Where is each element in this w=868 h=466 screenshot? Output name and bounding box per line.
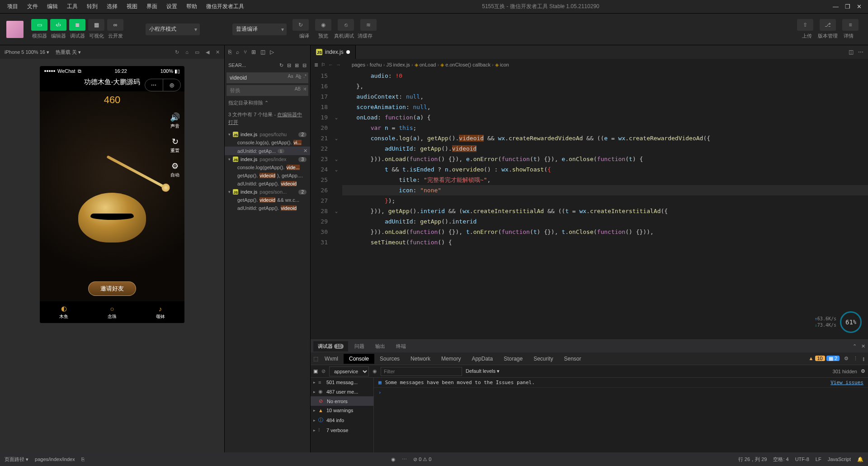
menu-转到[interactable]: 转到 (82, 1, 102, 12)
capsule-close-icon[interactable]: ◎ (163, 79, 181, 91)
mode-select[interactable]: 小程序模式 (146, 24, 200, 35)
replace-all-icon[interactable]: ⤭ (303, 86, 307, 91)
devtools-settings-icon[interactable]: ⚙ (844, 356, 849, 361)
search-match[interactable]: getApp().videoid && wx.c... (225, 196, 310, 204)
menu-视图[interactable]: 视图 (122, 1, 142, 12)
search-match[interactable]: console.log(getApp().vide... (225, 163, 310, 171)
capsule[interactable]: ⋯◎ (145, 79, 181, 91)
eol-status[interactable]: LF (816, 456, 821, 462)
encoding-status[interactable]: UTF-8 (795, 456, 809, 462)
side-声音[interactable]: 🔊声音 (170, 112, 180, 129)
more-status-icon[interactable]: ⋯ (402, 456, 407, 462)
search-file[interactable]: JSindex.js pages/fozhu2 (225, 130, 310, 138)
editor-toggle[interactable]: ‹/› (50, 19, 66, 31)
menu-帮助[interactable]: 帮助 (182, 1, 202, 12)
levels-select[interactable]: Default levels ▾ (466, 368, 500, 374)
nav-back-icon[interactable]: ← (328, 62, 333, 67)
menu-文件[interactable]: 文件 (23, 1, 42, 12)
console-filter-usr[interactable]: ◉487 user me... (311, 387, 373, 396)
filter-settings-icon[interactable]: ⚙ (861, 368, 865, 374)
search-file[interactable]: JSindex.js pages/index3 (225, 155, 310, 163)
context-select[interactable]: appservice (329, 366, 369, 376)
debugger-toggle[interactable]: ≣ (69, 19, 85, 31)
collapse-icon[interactable]: ⊟ (302, 62, 307, 68)
side-重置[interactable]: ↻重置 (170, 137, 180, 154)
filter-input[interactable] (381, 367, 462, 376)
warn-count[interactable]: 10 (815, 356, 825, 361)
side-自动[interactable]: ⚙自动 (170, 161, 180, 178)
device-select[interactable]: iPhone 5 100% 16 ▾ (5, 49, 49, 55)
word-icon[interactable]: Ab̲ (296, 74, 302, 79)
capsule-menu-icon[interactable]: ⋯ (145, 79, 163, 91)
crumb[interactable]: onLoad (420, 62, 436, 67)
devtab2-Console[interactable]: Console (344, 354, 374, 364)
crumb[interactable]: icon (500, 62, 509, 67)
search-match[interactable]: adUnitId: getApp().videoid (225, 204, 310, 212)
menu-项目[interactable]: 项目 (3, 1, 23, 12)
layout-icon[interactable]: ⊞ (251, 49, 256, 55)
close-icon[interactable]: ✕ (857, 3, 862, 10)
tab-颂钵[interactable]: ♪颂钵 (136, 301, 184, 323)
tab-木鱼[interactable]: ◐木鱼 (40, 301, 88, 323)
devtab2-Network[interactable]: Network (405, 354, 436, 364)
devtab2-AppData[interactable]: AppData (466, 354, 498, 364)
remote-debug-button[interactable]: ⎋ (338, 19, 354, 31)
devtab-输出[interactable]: 输出 (371, 341, 390, 352)
bell-icon[interactable]: 🔔 (857, 456, 863, 462)
language-status[interactable]: JavaScript (828, 456, 851, 462)
console-filter-wrn[interactable]: ▲10 warnings (311, 406, 373, 415)
search-match[interactable]: console.log(a), getApp().vi... (225, 138, 310, 147)
inspect-icon[interactable]: ⬚ (313, 356, 318, 362)
console-filter-msg[interactable]: ≡501 messag... (311, 378, 373, 387)
detail-button[interactable]: ≡ (842, 19, 859, 31)
no-icon[interactable]: ⊘ (321, 368, 326, 374)
compile-button[interactable]: ↻ (292, 19, 309, 31)
search-icon[interactable]: ⌕ (236, 49, 239, 55)
more-icon[interactable]: ⋯ (858, 49, 863, 55)
preview-button[interactable]: ◉ (315, 19, 331, 31)
case-icon[interactable]: Aa (288, 74, 293, 79)
outline-icon[interactable]: ≣ (314, 62, 318, 68)
menu-工具[interactable]: 工具 (62, 1, 82, 12)
version-button[interactable]: ⎇ (820, 19, 836, 31)
copy-path-icon[interactable]: ⎘ (81, 456, 85, 462)
search-file[interactable]: JSindex.js pages/son...2 (225, 188, 310, 196)
compile-select[interactable]: 普通编译 (232, 24, 287, 35)
devtools-close-icon[interactable]: ✕ (861, 343, 865, 349)
code-editor[interactable]: 1516171819202122232425262728293031 ⌄⌄⌄⌄⌄… (311, 71, 868, 339)
crumb[interactable]: e.onClose() callback (445, 62, 491, 67)
search-match[interactable]: getApp().videoid), getApp.... (225, 171, 310, 180)
devtools-more-icon[interactable]: ⋮ (853, 356, 858, 361)
crumb[interactable]: index.js (393, 62, 410, 67)
issue-count[interactable]: 2 (835, 356, 837, 361)
minimize-icon[interactable]: ― (833, 3, 839, 10)
devtab2-Security[interactable]: Security (528, 354, 558, 364)
ext-icon[interactable]: ◫ (260, 49, 265, 55)
tab-index-js[interactable]: JS index.js (311, 45, 356, 59)
view-issues-link[interactable]: View issues (830, 380, 863, 385)
eye-icon[interactable]: ◉ (373, 368, 377, 374)
menu-微信开发者工具[interactable]: 微信开发者工具 (202, 1, 249, 12)
page-path-value[interactable]: pages/index/index (35, 456, 75, 462)
console-filter-vrb[interactable]: ⁝7 verbose (311, 425, 373, 435)
devtab2-Storage[interactable]: Storage (498, 354, 528, 364)
console-filter-inf[interactable]: ⓘ484 info (311, 415, 373, 425)
devtab-终端[interactable]: 终端 (392, 341, 410, 352)
muyu-graphic[interactable] (76, 184, 148, 243)
devtab2-Sensor[interactable]: Sensor (559, 354, 587, 364)
console-filter-err[interactable]: ⊘No errors (311, 396, 373, 406)
devtab2-Memory[interactable]: Memory (436, 354, 466, 364)
simulator-toggle[interactable]: ▭ (31, 19, 47, 31)
bookmark-icon[interactable]: ⚐ (321, 62, 326, 68)
invite-button[interactable]: 邀请好友 (88, 281, 136, 296)
preserve-case-icon[interactable]: AB (295, 86, 301, 91)
hot-reload-select[interactable]: 热重载 关 ▾ (56, 49, 81, 56)
split-icon[interactable]: ◫ (849, 49, 854, 55)
clear-cache-button[interactable]: ≋ (360, 19, 377, 31)
selector-icon[interactable]: ▣ (313, 368, 318, 374)
back-icon[interactable]: ◀ (206, 49, 209, 55)
devtab2-Sources[interactable]: Sources (374, 354, 405, 364)
menu-设置[interactable]: 设置 (162, 1, 182, 12)
run-icon[interactable]: ▷ (270, 49, 274, 55)
nav-fwd-icon[interactable]: → (336, 62, 341, 67)
